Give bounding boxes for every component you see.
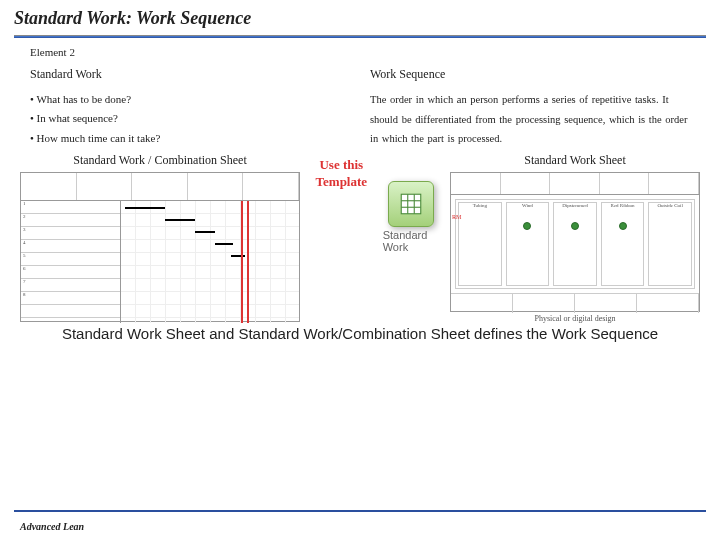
excel-block[interactable]: Standard Work — [383, 181, 440, 253]
svg-rect-0 — [402, 195, 422, 215]
excel-icon[interactable] — [388, 181, 434, 227]
work-sequence-def: The order in which an person performs a … — [370, 90, 690, 150]
brand-label: Advanced Lean — [20, 521, 84, 532]
combo-block: Standard Work / Combination Sheet 123456… — [20, 153, 300, 322]
excel-label: Standard Work — [383, 229, 440, 253]
definition-columns: Standard Work What has to be done? In wh… — [0, 60, 720, 149]
sws-block: Standard Work Sheet RM Tubing Wind Dipst… — [450, 153, 700, 323]
sws-title: Standard Work Sheet — [524, 153, 625, 168]
bottom-rule — [14, 510, 706, 512]
combo-sheet-figure: 12345678 — [20, 172, 300, 322]
bullet-list: What has to be done? In what sequence? H… — [30, 90, 350, 149]
sheets-row: Standard Work / Combination Sheet 123456… — [0, 153, 720, 323]
bottom-caption: Standard Work Sheet and Standard Work/Co… — [0, 325, 720, 342]
sws-figure: RM Tubing Wind Dipstemmed Red Ribbon Out… — [450, 172, 700, 312]
physical-note: Physical or digital design — [534, 314, 615, 323]
spreadsheet-icon — [398, 191, 424, 217]
page-title: Standard Work: Work Sequence — [14, 8, 706, 29]
right-col: Work Sequence The order in which an pers… — [370, 64, 690, 149]
left-col: Standard Work What has to be done? In wh… — [30, 64, 350, 149]
list-item: What has to be done? — [30, 90, 350, 110]
combo-title: Standard Work / Combination Sheet — [73, 153, 246, 168]
use-template-label: Use this Template — [310, 153, 373, 191]
title-bar: Standard Work: Work Sequence — [0, 0, 720, 31]
list-item: How much time can it take? — [30, 129, 350, 149]
list-item: In what sequence? — [30, 109, 350, 129]
right-head: Work Sequence — [370, 64, 690, 86]
subhead: Element 2 — [0, 38, 720, 60]
left-head: Standard Work — [30, 64, 350, 86]
